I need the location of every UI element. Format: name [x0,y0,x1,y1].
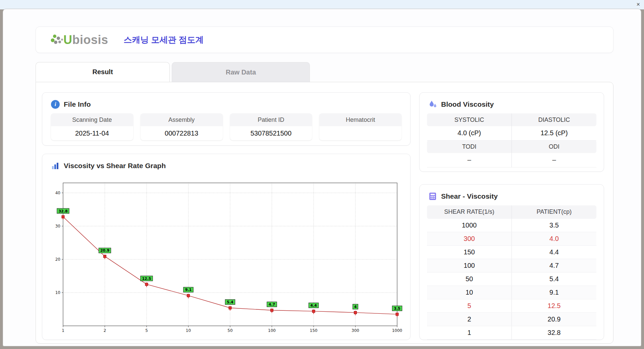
table-row: 1 32.8 [427,326,596,340]
sv-col-patient: PATIENT(cp) [512,205,597,219]
sv-col-shear-rate: SHEAR RATE(1/s) [427,205,512,219]
page-title: 스캐닝 모세관 점도계 [124,34,204,45]
graph-card: Viscosity vs Shear Rate Graph 1020304012… [42,154,411,340]
file-info-card: i File Info Scanning Date 2025-11-04 Ass… [42,92,411,146]
bv-value-diastolic: 12.5 (cP) [512,126,597,140]
bv-value-systolic: 4.0 (cP) [427,126,512,140]
field-patient-id: Patient ID 53078521500 [230,113,312,140]
svg-text:4.4: 4.4 [310,303,317,307]
tab-bar: Result Raw Data [36,62,613,82]
shear-viscosity-header: Shear - Viscosity [420,185,604,205]
patient-cell: 32.8 [512,326,597,340]
table-row: 1000 3.5 [427,219,596,232]
field-label: Assembly [141,113,223,126]
svg-text:30: 30 [55,223,60,228]
svg-text:10: 10 [186,328,191,333]
patient-cell: 4.4 [512,246,597,259]
file-info-title: File Info [64,100,91,108]
field-label: Hematocrit [319,113,401,126]
logo-text-u: U [63,33,72,47]
svg-text:10: 10 [55,290,60,295]
svg-text:40: 40 [55,190,60,195]
table-row: 5 12.5 [427,299,596,313]
info-icon: i [51,100,60,109]
app-window: Ubiosis 스캐닝 모세관 점도계 Result Raw Data i Fi… [3,9,641,346]
shear-rate-cell: 100 [427,259,512,272]
droplets-icon [428,100,437,109]
viscosity-chart: 102030401251050100150300100032.820.912.5… [42,175,410,338]
shear-viscosity-title: Shear - Viscosity [441,192,498,200]
table-row: 300 4.0 [427,232,596,246]
field-assembly: Assembly 000722813 [141,113,223,140]
field-value [319,126,401,140]
shear-rate-cell: 1 [427,326,512,340]
shear-viscosity-table: SHEAR RATE(1/s) PATIENT(cp) 1000 3.5 300… [427,205,596,340]
svg-text:9.1: 9.1 [185,288,192,292]
shear-rate-cell: 5 [427,299,512,313]
svg-text:50: 50 [227,328,232,333]
graph-header: Viscosity vs Shear Rate Graph [42,154,410,175]
titlebar: × [0,0,644,9]
table-row: 2 20.9 [427,313,596,326]
bv-value-todi: – [427,153,512,167]
shear-rate-cell: 2 [427,313,512,326]
logo-text: Ubiosis [63,33,108,47]
patient-cell: 4.0 [512,232,597,246]
bv-value-odi: – [512,153,597,167]
svg-text:5.4: 5.4 [227,300,233,304]
field-hematocrit: Hematocrit [319,113,401,140]
svg-text:4: 4 [354,304,357,309]
grid-icon [428,192,437,201]
field-label: Scanning Date [51,113,133,126]
table-row: 150 4.4 [427,246,596,259]
right-column: Blood Viscosity SYSTOLIC DIASTOLIC 4.0 (… [419,92,604,340]
svg-text:2: 2 [104,328,106,333]
patient-cell: 9.1 [512,286,597,299]
svg-text:5: 5 [145,328,148,333]
svg-text:1000: 1000 [392,328,402,333]
bv-header-row: TODI ODI [427,140,596,153]
svg-text:100: 100 [268,328,276,333]
bv-header-row: SYSTOLIC DIASTOLIC [427,113,596,126]
window-content: Ubiosis 스캐닝 모세관 점도계 Result Raw Data i Fi… [3,9,641,344]
patient-cell: 5.4 [512,272,597,286]
content-panel: i File Info Scanning Date 2025-11-04 Ass… [36,82,613,344]
table-row: 50 5.4 [427,272,596,286]
field-scanning-date: Scanning Date 2025-11-04 [51,113,133,140]
patient-cell: 20.9 [512,313,597,326]
header-card: Ubiosis 스캐닝 모세관 점도계 [36,27,613,53]
blood-viscosity-card: Blood Viscosity SYSTOLIC DIASTOLIC 4.0 (… [419,92,604,172]
field-value: 2025-11-04 [51,126,133,140]
bv-label-systolic: SYSTOLIC [427,113,512,126]
svg-text:1: 1 [62,328,64,333]
svg-text:32.8: 32.8 [58,209,67,213]
bv-value-row: 4.0 (cP) 12.5 (cP) [427,126,596,140]
bar-chart-icon [51,161,60,170]
bv-label-odi: ODI [512,140,597,153]
sv-header-row: SHEAR RATE(1/s) PATIENT(cp) [427,205,596,219]
field-value: 53078521500 [230,126,312,140]
graph-title: Viscosity vs Shear Rate Graph [64,162,166,170]
table-row: 100 4.7 [427,259,596,272]
svg-text:4.7: 4.7 [269,302,275,306]
bv-value-row: – – [427,153,596,167]
blood-viscosity-header: Blood Viscosity [420,93,604,113]
field-label: Patient ID [230,113,312,126]
svg-text:20.9: 20.9 [100,248,109,253]
tab-raw-data[interactable]: Raw Data [172,62,310,82]
file-info-fields: Scanning Date 2025-11-04 Assembly 000722… [42,113,410,140]
table-row: 10 9.1 [427,286,596,299]
logo-text-rest: biosis [72,33,108,47]
svg-text:150: 150 [310,328,318,333]
shear-rate-cell: 300 [427,232,512,246]
bv-label-diastolic: DIASTOLIC [512,113,597,126]
patient-cell: 12.5 [512,299,597,313]
blood-viscosity-table: SYSTOLIC DIASTOLIC 4.0 (cP) 12.5 (cP) TO… [427,113,596,167]
tab-result[interactable]: Result [36,62,170,82]
svg-text:3.5: 3.5 [394,306,400,310]
field-value: 000722813 [141,126,223,140]
close-icon[interactable]: × [636,1,640,8]
left-column: i File Info Scanning Date 2025-11-04 Ass… [42,92,411,340]
svg-text:12.5: 12.5 [142,276,151,281]
shear-rate-cell: 10 [427,286,512,299]
